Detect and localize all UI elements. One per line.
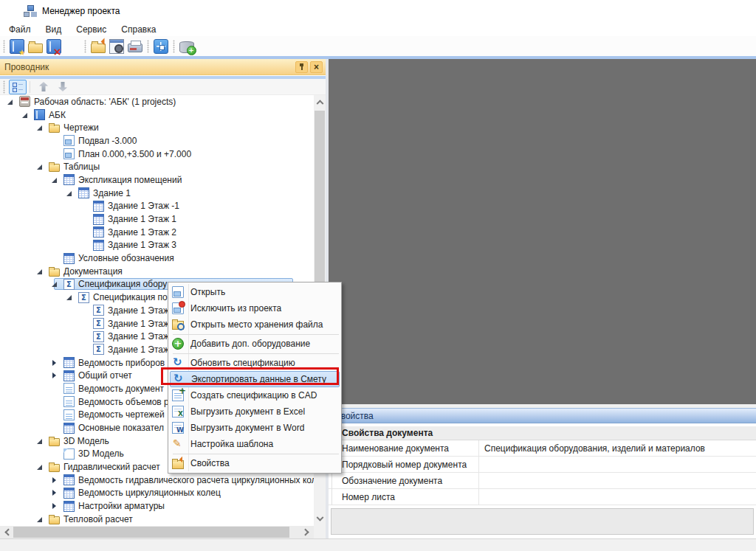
expander-icon[interactable]	[35, 515, 44, 524]
horizontal-scrollbar-thumb[interactable]	[13, 527, 289, 538]
tree-item[interactable]: Здание 1 Этаж 3	[0, 239, 314, 252]
tree-item[interactable]: Подвал -3.000	[0, 134, 314, 148]
property-value[interactable]	[478, 489, 756, 505]
move-up-button[interactable]	[35, 80, 52, 94]
window-settings-button[interactable]	[107, 37, 126, 55]
tree-item[interactable]: План 0.000,+3.500 и +7.000	[0, 148, 314, 161]
expander-icon[interactable]	[65, 189, 74, 198]
menubar-item-2[interactable]: Вид	[38, 22, 69, 36]
expander-icon[interactable]	[50, 371, 59, 380]
save-project-button[interactable]	[63, 37, 81, 55]
print-button[interactable]	[126, 37, 144, 55]
tree-item-label: Здание 1	[93, 188, 131, 198]
expander-icon[interactable]	[50, 476, 59, 485]
tree-item[interactable]: Ведомость гидравлического расчета циркул…	[0, 474, 314, 487]
expander-spacer	[80, 306, 89, 315]
menubar-item-3[interactable]: Сервис	[69, 22, 114, 36]
menubar-item-4[interactable]: Справка	[114, 22, 163, 36]
tree-item[interactable]: Документация	[0, 265, 314, 278]
explorer-panel-title: Проводник	[4, 62, 293, 72]
context-menu-item[interactable]: Открыть	[168, 284, 341, 300]
toolbar-grip[interactable]	[147, 40, 149, 53]
folder-icon	[49, 268, 60, 277]
expander-icon[interactable]	[35, 267, 44, 276]
tree-item[interactable]: Тепловой расчет	[0, 513, 314, 526]
expander-icon[interactable]	[21, 111, 30, 119]
tree-item[interactable]: АБК	[0, 108, 314, 122]
scroll-left-button[interactable]	[0, 526, 13, 538]
tree-item[interactable]: Ведомость циркуляционных колец	[0, 487, 314, 500]
toolbar-grip[interactable]	[84, 40, 86, 53]
tree-item[interactable]: Условные обозначения	[0, 252, 314, 265]
open-location-icon	[172, 321, 184, 330]
context-menu-item[interactable]: Открыть место хранения файла	[168, 316, 341, 333]
expander-icon[interactable]	[35, 123, 44, 132]
move-down-button[interactable]	[54, 80, 72, 94]
expander-icon[interactable]	[35, 437, 44, 446]
property-value[interactable]	[478, 473, 756, 488]
tree-item[interactable]: Рабочая область: 'АБК' (1 projects)	[0, 95, 314, 108]
context-menu-item[interactable]: Создать спецификацию в CAD	[168, 387, 341, 403]
expander-icon[interactable]	[35, 162, 44, 171]
properties-section-header[interactable]: Свойства документа	[329, 426, 756, 440]
tree-view-toggle-button[interactable]	[9, 80, 27, 94]
tree-item[interactable]: Экспликация помещений	[0, 173, 314, 187]
workspace-icon	[19, 96, 30, 107]
context-menu-item[interactable]: Выгрузить документ в Excel	[168, 403, 341, 420]
context-menu-item[interactable]: Исключить из проекта	[168, 300, 341, 316]
expander-icon[interactable]	[65, 293, 74, 302]
sigma-icon	[93, 331, 104, 342]
close-project-button[interactable]	[44, 37, 63, 55]
toolbar-grip[interactable]	[3, 40, 5, 53]
close-panel-button[interactable]: ×	[310, 61, 323, 73]
properties-icon	[172, 460, 184, 469]
property-value[interactable]	[478, 457, 756, 472]
explorer-panel-header: Проводник ×	[0, 59, 326, 75]
context-menu-item[interactable]: Экспортировать данные в Смету	[170, 371, 340, 387]
scroll-down-button[interactable]	[314, 513, 326, 526]
context-menu-item[interactable]: Выгрузить документ в Word	[168, 420, 341, 436]
scroll-up-button[interactable]	[314, 95, 326, 108]
expander-icon[interactable]	[35, 462, 44, 471]
expander-icon[interactable]	[50, 502, 59, 510]
expander-icon[interactable]	[50, 488, 59, 497]
database-add-button[interactable]	[177, 37, 196, 55]
context-menu-item[interactable]: Свойства	[168, 455, 341, 471]
toolbar-grip[interactable]	[173, 40, 175, 53]
scroll-right-button[interactable]	[301, 526, 314, 538]
tree-item[interactable]: Настройки арматуры	[0, 499, 314, 513]
tree-item[interactable]: Здание 1 Этаж 1	[0, 212, 314, 226]
properties-grid: Наименование документаСпецификация обору…	[329, 440, 756, 505]
expander-icon[interactable]	[50, 358, 59, 367]
app-hierarchy-icon	[24, 5, 36, 17]
context-menu: ОткрытьИсключить из проектаОткрыть место…	[168, 282, 342, 474]
add-icon	[172, 338, 184, 350]
pin-button[interactable]	[295, 61, 308, 73]
table-icon	[63, 423, 75, 434]
horizontal-scrollbar[interactable]	[0, 526, 314, 538]
plan-settings-button[interactable]	[151, 37, 170, 55]
drawing-icon	[63, 148, 75, 159]
property-value[interactable]: Спецификация оборудования, изделий и мат…	[478, 440, 756, 456]
tree-item[interactable]: Таблицы	[0, 160, 314, 173]
context-menu-item[interactable]: Добавить доп. оборудование	[168, 336, 341, 352]
menubar-item-1[interactable]: Файл	[1, 22, 38, 36]
import-button[interactable]	[89, 37, 107, 55]
tree-item[interactable]: Здание 1 Этаж -1	[0, 200, 314, 213]
close-icon: ×	[314, 63, 319, 72]
open-project-button[interactable]	[26, 37, 44, 55]
expander-icon[interactable]	[50, 176, 59, 184]
context-menu-item[interactable]: Обновить спецификацию	[168, 355, 341, 371]
context-menu-item[interactable]: Настройка шаблона	[168, 436, 341, 452]
tree-item[interactable]: Здание 1 Этаж 2	[0, 226, 314, 239]
drawing-canvas[interactable]	[329, 59, 756, 404]
tree-item-label: Документация	[63, 266, 123, 277]
expander-icon[interactable]	[50, 280, 59, 288]
status-bar	[0, 538, 756, 551]
new-project-button[interactable]	[7, 37, 26, 55]
tree-item[interactable]: Чертежи	[0, 121, 314, 134]
expander-icon[interactable]	[6, 97, 15, 106]
toolbar-grip[interactable]	[3, 80, 5, 94]
tree-item[interactable]: Здание 1	[0, 187, 314, 200]
database-add-icon	[179, 41, 194, 53]
